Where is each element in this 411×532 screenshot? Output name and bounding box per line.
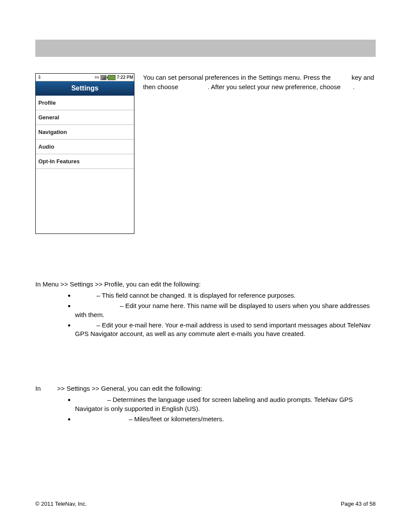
blank-firstlast [75,302,120,309]
page-number: Page 43 of 58 [341,501,376,507]
intro-text-1: You can set personal preferences in the … [143,74,333,81]
intro-text-5: . [353,83,355,90]
intro-text-3: then choose [143,83,180,90]
list-item: – Edit your name here. This name will be… [75,302,376,319]
intro-text-2: key and [352,74,374,81]
general-item-2: – Miles/feet or kilometers/meters. [129,415,224,423]
section-heading-bar [35,40,376,57]
general-list: – Determines the language used for scree… [35,395,376,423]
profile-item-1: – This field cannot be changed. It is di… [97,292,296,299]
menu-empty-area [36,169,134,233]
general-intro-a: In [35,385,43,392]
status-time: 7:22 PM [117,75,133,80]
list-item: – Edit your e-mail here. Your e-mail add… [75,321,376,339]
download-icon: ⇩ [37,75,42,80]
list-item: – Miles/feet or kilometers/meters. [75,415,376,423]
blank-email [75,321,97,329]
profile-item-3: – Edit your e-mail here. Your e-mail add… [75,321,371,337]
page-footer: © 2011 TeleNav, Inc. Page 43 of 58 [35,501,376,507]
general-section: In >> Settings >> General, you can edit … [35,385,376,423]
general-intro: In >> Settings >> General, you can edit … [35,385,376,392]
copyright: © 2011 TeleNav, Inc. [35,501,87,507]
settings-title: Settings [36,81,134,96]
profile-section: In Menu >> Settings >> Profile, you can … [35,280,376,338]
blank-phone [75,292,97,299]
signal-icon [100,75,106,80]
intro-text-4: . After you select your new preference, … [208,83,342,90]
phone-screenshot: ⇩ 3G 7:22 PM Settings Profile General Na… [35,73,134,234]
intro-paragraph: You can set personal preferences in the … [143,73,376,234]
menu-item-general[interactable]: General [36,110,134,125]
menu-item-navigation[interactable]: Navigation [36,125,134,140]
blank-distance [75,415,129,423]
document-page: ⇩ 3G 7:22 PM Settings Profile General Na… [0,0,411,532]
battery-icon [108,75,115,80]
three-g-icon: 3G [95,75,100,79]
list-item: – This field cannot be changed. It is di… [75,291,376,300]
content-row: ⇩ 3G 7:22 PM Settings Profile General Na… [35,73,376,234]
list-item: – Determines the language used for scree… [75,395,376,413]
profile-intro: In Menu >> Settings >> Profile, you can … [35,280,376,288]
menu-item-profile[interactable]: Profile [36,96,134,110]
menu-item-audio[interactable]: Audio [36,140,134,154]
profile-list: – This field cannot be changed. It is di… [35,291,376,338]
android-status-bar: ⇩ 3G 7:22 PM [36,74,134,81]
general-item-1: – Determines the language used for scree… [75,396,353,412]
general-intro-b: >> Settings >> General, you can edit the… [57,385,202,392]
blank-language [75,396,107,403]
menu-item-optin[interactable]: Opt-In Features [36,154,134,169]
